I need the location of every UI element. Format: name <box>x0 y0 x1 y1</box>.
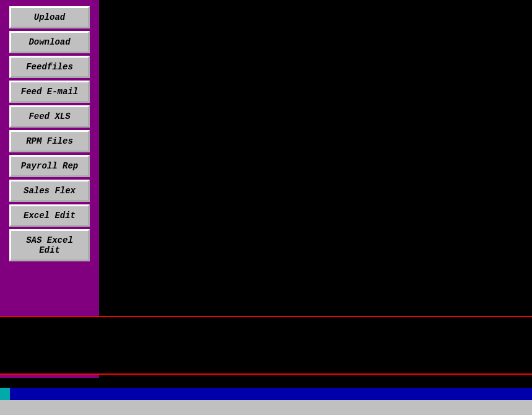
download-button[interactable]: Download <box>9 31 90 53</box>
payroll-rep-button[interactable]: Payroll Rep <box>9 155 90 177</box>
status-bar <box>0 388 532 400</box>
sas-excel-edit-button[interactable]: SAS Excel Edit <box>9 229 90 261</box>
terminal-area <box>99 0 532 316</box>
status-session <box>0 388 10 400</box>
rpm-files-button[interactable]: RPM Files <box>9 130 90 152</box>
note-area <box>0 316 532 375</box>
feedfiles-button[interactable]: Feedfiles <box>9 56 90 78</box>
upload-button[interactable]: Upload <box>9 6 90 28</box>
sales-flex-button[interactable]: Sales Flex <box>9 180 90 202</box>
feed-xls-button[interactable]: Feed XLS <box>9 105 90 128</box>
excel-edit-button[interactable]: Excel Edit <box>9 204 90 227</box>
feed-email-button[interactable]: Feed E-mail <box>9 81 90 103</box>
time-bar <box>0 400 532 415</box>
